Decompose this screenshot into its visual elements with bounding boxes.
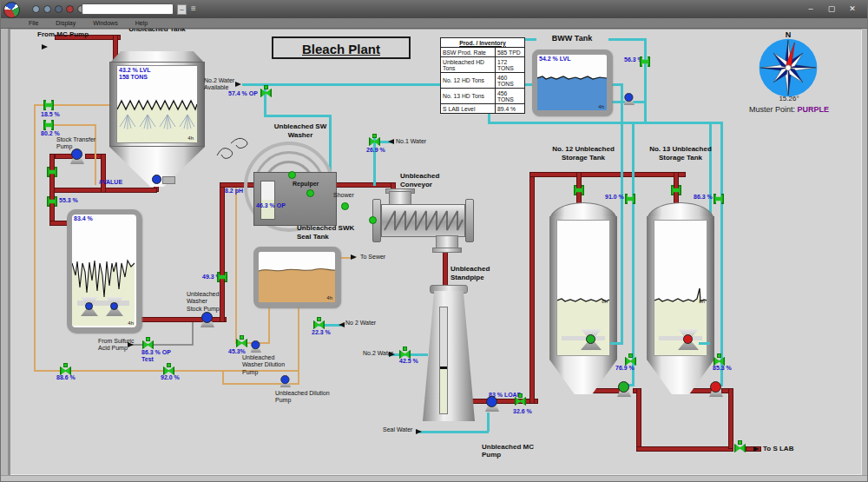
pipe-cyan [488,122,723,124]
label-22-3: 22.3 % [312,329,331,336]
label-92-0: 92.0 % [161,374,180,381]
valve-85-3[interactable] [713,355,725,366]
indicator-dot [341,202,349,210]
menu-display[interactable]: Display [56,20,76,26]
valve-tank12-inlet[interactable] [574,185,585,195]
label-32-6: 32.6 % [513,408,532,415]
label-value: #VALUE [99,179,122,186]
toolbar-minor-button[interactable]: – [177,4,187,15]
pipe-cyan [608,38,647,41]
valve-tank13-inlet[interactable] [671,185,682,195]
valve-57-4[interactable] [260,87,272,97]
flow-arrow-icon [235,82,241,87]
toolbar-button-record[interactable] [66,5,74,13]
unbleached-tank-tons: 158 TONS [119,74,148,80]
pipe-red [636,388,641,449]
pipe-red [529,172,535,404]
titlebar: – ≡ – ▢ ✕ [1,1,867,18]
menu-help[interactable]: Help [135,20,148,26]
scada-window: – ≡ – ▢ ✕ File Display Windows Help Blea… [0,0,868,482]
maximize-button[interactable]: ▢ [824,3,839,15]
valve-86-3[interactable] [713,194,725,204]
valve-56-3[interactable] [640,56,651,67]
label-unbleached-dilution-pump: Unbleached Dilution Pump [275,390,330,405]
valve-42-5[interactable] [399,348,411,359]
valve-92-0[interactable] [163,365,174,375]
menu-file[interactable]: File [29,20,38,26]
no12-discharge-pump[interactable] [615,381,633,397]
menu-windows[interactable]: Windows [93,20,117,26]
valve-sulfuric-acid[interactable] [142,339,154,349]
flow-arrow-icon [389,352,395,357]
toolbar-button-home[interactable] [55,5,62,13]
seal-tank-trend-window: 4h [326,295,332,300]
pipe-red [333,182,394,188]
flow-arrow-icon [42,44,48,50]
stock-agitator-status-2[interactable] [110,302,118,310]
toolbar-button-forward[interactable] [43,5,51,13]
valve-88-6[interactable] [60,365,71,375]
label-85-3: 85.3 % [713,365,732,372]
pipe-red [636,446,733,452]
valve-18-5[interactable] [43,100,55,110]
label-unbleached-washer-dilution-p: Unbleached Washer Dilution Pump [242,354,285,376]
toolbar-menu-icon[interactable]: ≡ [191,3,196,13]
seal-tank-trend[interactable]: 4h [253,247,340,307]
bww-pump[interactable] [622,93,636,105]
valve-26-9[interactable] [369,135,380,146]
bww-tank-trend[interactable]: 54.2 % LVL 4h [532,50,612,116]
storage-13-agitator-status[interactable] [683,334,693,344]
flow-arrow-icon [416,429,422,434]
unbleached-tank-outlet [162,176,175,184]
label-unbleached-mc-pump: Unbleached MC Pump [482,443,534,459]
toolbar-button-back[interactable] [32,5,40,13]
no13-discharge-pump[interactable] [707,381,725,397]
close-button[interactable]: ✕ [845,3,860,15]
pipe-red [49,154,55,226]
label-seal-water: Seal Water [383,426,412,433]
compass-bearing: 15.26° [772,95,806,102]
pipe-red [529,172,686,177]
unbleached-tank-agitator-status[interactable] [152,175,161,184]
valve-22-3[interactable] [313,319,325,329]
unbleached-washer-stock-pump[interactable] [199,312,216,327]
valve-76-9[interactable] [625,355,636,366]
menubar: File Display Windows Help [1,18,867,29]
table-header-row: Prod. / Inventory [441,38,525,48]
valve-32-6[interactable] [515,395,526,406]
valve-49-3[interactable] [217,272,228,282]
valve-45-3[interactable] [236,337,247,347]
table-row: No. 13 HD Tons456 TONS [441,89,525,104]
label-86-3: 86.3 % [694,194,713,201]
unbleached-dilution-pump[interactable] [279,375,293,387]
unbleached-trend-window: 4h [187,135,194,141]
app-logo-icon [3,2,20,18]
stock-transfer-pump[interactable] [69,149,86,164]
flow-arrow-icon [128,342,134,347]
stock-agitator-status-1[interactable] [85,302,93,310]
label-55-3: 55.3 % [59,197,78,204]
page-title: Bleach Plant [272,36,411,59]
pipe-gray [129,344,194,346]
compass-north-label: N [782,30,794,40]
label-no-2-water-available: No.2 Water Available [204,77,234,92]
valve-55-3[interactable] [47,196,58,207]
valve-to-s-lab[interactable] [734,442,746,452]
standpipe-sight-glass[interactable] [439,307,448,414]
stock-tank-trend[interactable]: 83.4 % 4h [67,209,141,333]
washer-dilution-pump[interactable] [249,340,263,353]
unbleached-tank-trend[interactable]: 43.2 % LVL 158 TONS 4h [116,65,198,143]
minimize-button[interactable]: – [803,3,819,15]
repulper-gauge [260,181,275,220]
valve-80-2[interactable] [43,120,55,130]
toolbar-input[interactable] [82,3,174,15]
compass-icon [758,37,819,98]
valve-91-0[interactable] [625,194,636,204]
unbleached-mc-pump[interactable] [483,396,501,412]
valve-stock-line[interactable] [47,167,58,177]
label-46-3-op: 46.3 % OP [256,202,286,209]
storage-12-agitator-status[interactable] [586,334,595,344]
label-42-5: 42.5 % [399,358,418,365]
label-unbleached-washer-stock-pump: Unbleached Washer Stock Pump [187,291,220,313]
flow-arrow-icon [339,322,345,327]
